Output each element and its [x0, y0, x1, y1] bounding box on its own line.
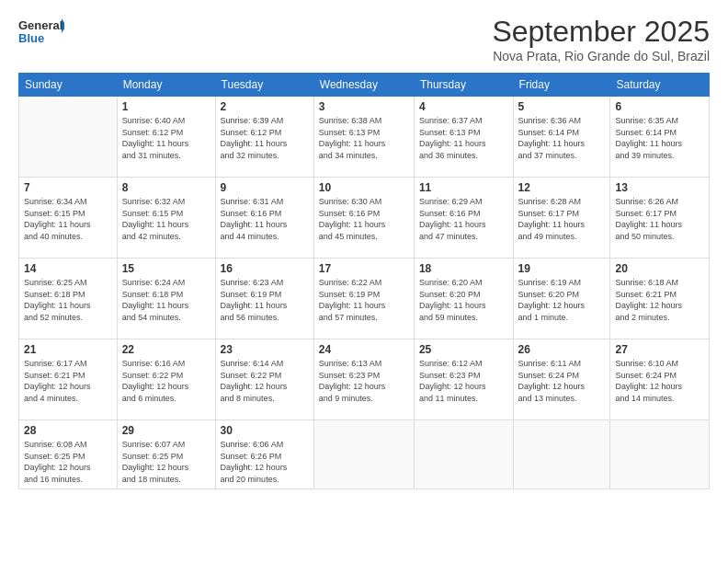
calendar-cell: 4Sunrise: 6:37 AM Sunset: 6:13 PM Daylig…: [414, 97, 513, 178]
day-info: Sunrise: 6:12 AM Sunset: 6:23 PM Dayligh…: [419, 358, 508, 404]
calendar-cell: 15Sunrise: 6:24 AM Sunset: 6:18 PM Dayli…: [117, 259, 215, 339]
calendar-cell: [513, 420, 610, 489]
calendar-cell: [313, 420, 414, 489]
day-number: 11: [419, 181, 508, 194]
day-info: Sunrise: 6:18 AM Sunset: 6:21 PM Dayligh…: [615, 277, 704, 323]
calendar-cell: 16Sunrise: 6:23 AM Sunset: 6:19 PM Dayli…: [215, 259, 313, 339]
calendar-header-row: SundayMondayTuesdayWednesdayThursdayFrid…: [19, 74, 710, 97]
calendar-cell: 5Sunrise: 6:36 AM Sunset: 6:14 PM Daylig…: [513, 97, 610, 178]
calendar-cell: 27Sunrise: 6:10 AM Sunset: 6:24 PM Dayli…: [610, 339, 710, 420]
day-number: 30: [221, 424, 309, 437]
svg-text:Blue: Blue: [18, 31, 44, 45]
day-info: Sunrise: 6:36 AM Sunset: 6:14 PM Dayligh…: [518, 115, 606, 161]
day-info: Sunrise: 6:06 AM Sunset: 6:26 PM Dayligh…: [221, 439, 309, 485]
day-info: Sunrise: 6:37 AM Sunset: 6:13 PM Dayligh…: [419, 115, 508, 161]
calendar-week-row: 28Sunrise: 6:08 AM Sunset: 6:25 PM Dayli…: [19, 420, 710, 489]
calendar-cell: 29Sunrise: 6:07 AM Sunset: 6:25 PM Dayli…: [117, 420, 215, 489]
calendar-cell: [610, 420, 710, 489]
day-info: Sunrise: 6:23 AM Sunset: 6:19 PM Dayligh…: [221, 277, 309, 323]
calendar-cell: 23Sunrise: 6:14 AM Sunset: 6:22 PM Dayli…: [215, 339, 313, 420]
day-number: 26: [518, 343, 606, 356]
day-info: Sunrise: 6:30 AM Sunset: 6:16 PM Dayligh…: [319, 196, 409, 242]
day-number: 24: [319, 343, 409, 356]
location: Nova Prata, Rio Grande do Sul, Brazil: [492, 49, 710, 63]
day-number: 8: [122, 181, 210, 194]
calendar-cell: 22Sunrise: 6:16 AM Sunset: 6:22 PM Dayli…: [117, 339, 215, 420]
day-number: 18: [419, 262, 508, 275]
day-info: Sunrise: 6:14 AM Sunset: 6:22 PM Dayligh…: [221, 358, 309, 404]
day-number: 1: [122, 100, 210, 113]
day-info: Sunrise: 6:29 AM Sunset: 6:16 PM Dayligh…: [419, 196, 508, 242]
day-number: 5: [518, 100, 606, 113]
calendar-cell: 6Sunrise: 6:35 AM Sunset: 6:14 PM Daylig…: [610, 97, 710, 178]
day-info: Sunrise: 6:07 AM Sunset: 6:25 PM Dayligh…: [122, 439, 210, 485]
calendar-cell: 24Sunrise: 6:13 AM Sunset: 6:23 PM Dayli…: [313, 339, 414, 420]
title-area: September 2025 Nova Prata, Rio Grande do…: [492, 15, 710, 63]
calendar-weekday-thursday: Thursday: [414, 74, 513, 97]
day-number: 15: [122, 262, 210, 275]
header: General Blue September 2025 Nova Prata, …: [18, 15, 710, 63]
calendar-cell: [19, 97, 118, 178]
day-info: Sunrise: 6:20 AM Sunset: 6:20 PM Dayligh…: [419, 277, 508, 323]
logo: General Blue: [18, 15, 64, 48]
day-number: 4: [419, 100, 508, 113]
day-number: 9: [221, 181, 309, 194]
calendar-cell: 11Sunrise: 6:29 AM Sunset: 6:16 PM Dayli…: [414, 178, 513, 259]
day-number: 21: [24, 343, 112, 356]
day-number: 14: [24, 262, 112, 275]
calendar-cell: 25Sunrise: 6:12 AM Sunset: 6:23 PM Dayli…: [414, 339, 513, 420]
page: General Blue September 2025 Nova Prata, …: [0, 0, 728, 563]
day-info: Sunrise: 6:32 AM Sunset: 6:15 PM Dayligh…: [122, 196, 210, 242]
day-info: Sunrise: 6:26 AM Sunset: 6:17 PM Dayligh…: [615, 196, 704, 242]
calendar-cell: 9Sunrise: 6:31 AM Sunset: 6:16 PM Daylig…: [215, 178, 313, 259]
calendar-weekday-saturday: Saturday: [610, 74, 710, 97]
day-number: 3: [319, 100, 409, 113]
day-info: Sunrise: 6:40 AM Sunset: 6:12 PM Dayligh…: [122, 115, 210, 161]
calendar-cell: 19Sunrise: 6:19 AM Sunset: 6:20 PM Dayli…: [513, 259, 610, 339]
svg-marker-2: [62, 18, 64, 33]
day-info: Sunrise: 6:25 AM Sunset: 6:18 PM Dayligh…: [24, 277, 112, 323]
calendar-cell: 17Sunrise: 6:22 AM Sunset: 6:19 PM Dayli…: [313, 259, 414, 339]
day-number: 22: [122, 343, 210, 356]
day-number: 7: [24, 181, 112, 194]
calendar-cell: 14Sunrise: 6:25 AM Sunset: 6:18 PM Dayli…: [19, 259, 118, 339]
calendar-week-row: 7Sunrise: 6:34 AM Sunset: 6:15 PM Daylig…: [19, 178, 710, 259]
day-info: Sunrise: 6:28 AM Sunset: 6:17 PM Dayligh…: [518, 196, 606, 242]
calendar-week-row: 1Sunrise: 6:40 AM Sunset: 6:12 PM Daylig…: [19, 97, 710, 178]
calendar-cell: 30Sunrise: 6:06 AM Sunset: 6:26 PM Dayli…: [215, 420, 313, 489]
calendar-weekday-wednesday: Wednesday: [313, 74, 414, 97]
day-info: Sunrise: 6:10 AM Sunset: 6:24 PM Dayligh…: [615, 358, 704, 404]
calendar-cell: 8Sunrise: 6:32 AM Sunset: 6:15 PM Daylig…: [117, 178, 215, 259]
calendar-weekday-monday: Monday: [117, 74, 215, 97]
calendar-week-row: 14Sunrise: 6:25 AM Sunset: 6:18 PM Dayli…: [19, 259, 710, 339]
calendar-cell: 7Sunrise: 6:34 AM Sunset: 6:15 PM Daylig…: [19, 178, 118, 259]
day-info: Sunrise: 6:22 AM Sunset: 6:19 PM Dayligh…: [319, 277, 409, 323]
day-number: 28: [24, 424, 112, 437]
calendar-weekday-friday: Friday: [513, 74, 610, 97]
calendar-week-row: 21Sunrise: 6:17 AM Sunset: 6:21 PM Dayli…: [19, 339, 710, 420]
month-title: September 2025: [492, 15, 710, 49]
day-number: 19: [518, 262, 606, 275]
day-number: 20: [615, 262, 704, 275]
day-info: Sunrise: 6:11 AM Sunset: 6:24 PM Dayligh…: [518, 358, 606, 404]
day-info: Sunrise: 6:16 AM Sunset: 6:22 PM Dayligh…: [122, 358, 210, 404]
day-number: 25: [419, 343, 508, 356]
calendar-weekday-sunday: Sunday: [19, 74, 118, 97]
day-number: 10: [319, 181, 409, 194]
calendar-cell: 20Sunrise: 6:18 AM Sunset: 6:21 PM Dayli…: [610, 259, 710, 339]
day-number: 27: [615, 343, 704, 356]
calendar-cell: 26Sunrise: 6:11 AM Sunset: 6:24 PM Dayli…: [513, 339, 610, 420]
calendar-cell: 10Sunrise: 6:30 AM Sunset: 6:16 PM Dayli…: [313, 178, 414, 259]
svg-text:General: General: [18, 18, 63, 32]
calendar-cell: 2Sunrise: 6:39 AM Sunset: 6:12 PM Daylig…: [215, 97, 313, 178]
day-info: Sunrise: 6:35 AM Sunset: 6:14 PM Dayligh…: [615, 115, 704, 161]
day-info: Sunrise: 6:13 AM Sunset: 6:23 PM Dayligh…: [319, 358, 409, 404]
day-info: Sunrise: 6:31 AM Sunset: 6:16 PM Dayligh…: [221, 196, 309, 242]
day-number: 29: [122, 424, 210, 437]
logo-svg: General Blue: [18, 15, 64, 48]
day-number: 16: [221, 262, 309, 275]
calendar-cell: 21Sunrise: 6:17 AM Sunset: 6:21 PM Dayli…: [19, 339, 118, 420]
calendar-cell: [414, 420, 513, 489]
day-info: Sunrise: 6:17 AM Sunset: 6:21 PM Dayligh…: [24, 358, 112, 404]
calendar-cell: 12Sunrise: 6:28 AM Sunset: 6:17 PM Dayli…: [513, 178, 610, 259]
